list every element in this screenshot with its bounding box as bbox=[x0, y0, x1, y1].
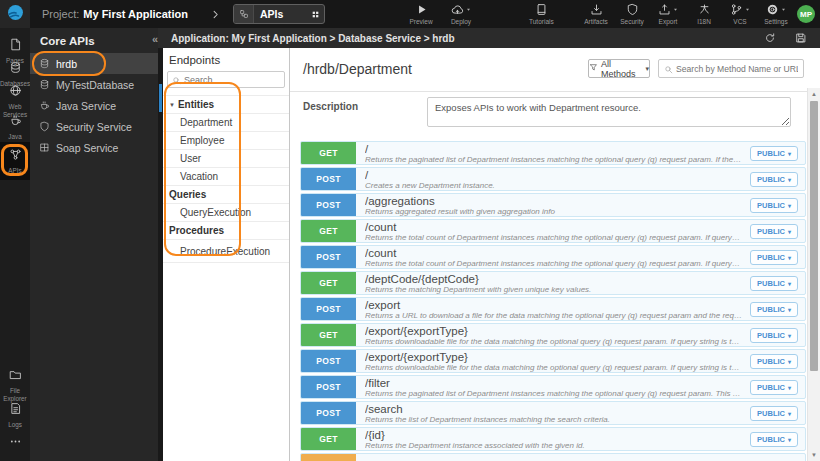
gear-icon bbox=[766, 3, 787, 16]
endpoint-info: /exportReturns a URL to download a file … bbox=[356, 298, 750, 320]
endpoint-info: /countReturns the total count of Departm… bbox=[356, 246, 750, 268]
method-badge: GET bbox=[301, 324, 356, 346]
save-icon[interactable] bbox=[795, 32, 807, 44]
api-endpoint-row[interactable]: POST/aggregationsReturns aggregated resu… bbox=[300, 193, 806, 217]
sidebar-item-more[interactable] bbox=[0, 432, 30, 454]
grid-icon[interactable] bbox=[306, 10, 324, 19]
core-api-item-label: MyTestDatabase bbox=[56, 79, 134, 91]
api-endpoint-row[interactable]: POST/countReturns the total count of Dep… bbox=[300, 245, 806, 269]
api-endpoint-row[interactable]: GET/Returns the paginated list of Depart… bbox=[300, 141, 806, 165]
avatar[interactable]: MP bbox=[797, 5, 815, 23]
scrollbar-up-arrow[interactable]: ▲ bbox=[808, 88, 820, 100]
topbar-action-export[interactable]: Export bbox=[656, 3, 680, 25]
endpoint-tree-item-department[interactable]: Department bbox=[163, 114, 289, 132]
scrollbar-thumb[interactable] bbox=[810, 101, 818, 371]
endpoint-info: /deptCode/{deptCode}Returns the matching… bbox=[356, 272, 750, 294]
main-content: /hrdb/Department All Methods ▾ Descripti… bbox=[290, 48, 820, 461]
endpoint-tree-item-employee[interactable]: Employee bbox=[163, 132, 289, 150]
endpoint-description: Returns the matching Department with giv… bbox=[365, 285, 742, 294]
topbar-action-preview[interactable]: Preview bbox=[409, 3, 433, 25]
api-endpoint-row[interactable]: POST/searchReturns the list of Departmen… bbox=[300, 401, 806, 425]
visibility-dropdown[interactable]: PUBLIC▾ bbox=[750, 198, 798, 213]
topbar-action-deploy[interactable]: Deploy bbox=[449, 3, 473, 25]
endpoint-tree-item-vacation[interactable]: Vacation bbox=[163, 168, 289, 186]
topbar-action-settings[interactable]: Settings bbox=[764, 3, 788, 25]
databases-icon bbox=[39, 58, 50, 69]
topbar-action-artifacts[interactable]: Artifacts bbox=[584, 3, 608, 25]
sidebar-item-logs[interactable]: Logs bbox=[0, 399, 30, 431]
endpoint-tree-item-queryexecution[interactable]: QueryExecution bbox=[163, 204, 289, 222]
endpoint-tree-section-procedures[interactable]: Procedures bbox=[163, 222, 289, 240]
filter-icon bbox=[589, 63, 598, 74]
workspace-tab-apis[interactable]: APIs bbox=[233, 4, 325, 24]
caret-down-icon: ▼ bbox=[169, 102, 175, 108]
methods-filter-dropdown[interactable]: All Methods ▾ bbox=[588, 59, 650, 78]
endpoint-description: Returns the total count of Department in… bbox=[365, 233, 742, 242]
caret-down-icon: ▾ bbox=[788, 202, 791, 209]
api-endpoint-row[interactable]: POST/filterReturns the paginated list of… bbox=[300, 375, 806, 399]
endpoint-description: Returns a URL to download a file for the… bbox=[365, 311, 742, 320]
method-search[interactable] bbox=[658, 59, 804, 78]
sidebar-item-apis[interactable]: APIs bbox=[0, 142, 30, 180]
visibility-dropdown[interactable]: PUBLIC▾ bbox=[750, 380, 798, 395]
visibility-dropdown[interactable]: PUBLIC▾ bbox=[750, 146, 798, 161]
more-icon bbox=[9, 434, 22, 452]
core-api-item-hrdb[interactable]: hrdb bbox=[30, 53, 158, 74]
core-apis-panel: Core APIs « hrdbMyTestDatabaseJava Servi… bbox=[30, 28, 158, 461]
visibility-dropdown[interactable]: PUBLIC▾ bbox=[750, 250, 798, 265]
refresh-icon[interactable] bbox=[764, 32, 776, 44]
topbar-action-i18n[interactable]: I18N bbox=[692, 3, 716, 25]
visibility-dropdown[interactable]: PUBLIC▾ bbox=[750, 328, 798, 343]
endpoint-description: Returns downloadable file for the data m… bbox=[365, 337, 742, 346]
endpoints-search-input[interactable] bbox=[184, 75, 280, 85]
core-api-item-security-service[interactable]: Security Service bbox=[30, 116, 158, 137]
caret-down-icon: ▾ bbox=[645, 65, 649, 73]
endpoint-description: Returns the paginated list of Department… bbox=[365, 155, 742, 164]
visibility-dropdown[interactable]: PUBLIC▾ bbox=[750, 432, 798, 447]
endpoint-tree-item-procedureexecution[interactable]: ProcedureExecution bbox=[163, 240, 289, 263]
api-endpoint-row[interactable]: GET/export/{exportType}Returns downloada… bbox=[300, 323, 806, 347]
endpoint-tree-label: Employee bbox=[180, 135, 224, 146]
panel-scrollbar-thumb[interactable] bbox=[159, 84, 162, 112]
visibility-dropdown[interactable]: PUBLIC▾ bbox=[750, 224, 798, 239]
visibility-dropdown[interactable]: PUBLIC▾ bbox=[750, 302, 798, 317]
caret-down-icon: ▾ bbox=[788, 384, 791, 391]
core-api-item-soap-service[interactable]: Soap Service bbox=[30, 137, 158, 158]
api-endpoint-row[interactable]: GET/deptCode/{deptCode}Returns the match… bbox=[300, 271, 806, 295]
endpoint-tree-item-user[interactable]: User bbox=[163, 150, 289, 168]
core-api-item-mytestdatabase[interactable]: MyTestDatabase bbox=[30, 74, 158, 95]
caret-down-icon bbox=[744, 6, 751, 13]
api-endpoint-row[interactable]: GET/{id}Returns the Department instance … bbox=[300, 427, 806, 451]
endpoint-tree-section-queries[interactable]: Queries bbox=[163, 186, 289, 204]
vertical-scrollbar[interactable]: ▲ ▼ bbox=[807, 88, 820, 461]
topbar-left-actions: PreviewDeployTutorials bbox=[409, 3, 554, 25]
api-endpoint-row[interactable]: POST/exportReturns a URL to download a f… bbox=[300, 297, 806, 321]
visibility-dropdown[interactable]: PUBLIC▾ bbox=[750, 276, 798, 291]
scrollbar-down-arrow[interactable]: ▼ bbox=[808, 449, 820, 461]
tray-up-icon bbox=[658, 3, 679, 16]
core-api-item-label: hrdb bbox=[56, 58, 77, 70]
visibility-dropdown[interactable]: PUBLIC▾ bbox=[750, 406, 798, 421]
endpoint-description: Returns the paginated list of Department… bbox=[365, 389, 742, 398]
caret-down-icon bbox=[465, 6, 472, 13]
core-apis-title: Core APIs bbox=[40, 35, 95, 47]
visibility-dropdown[interactable]: PUBLIC▾ bbox=[750, 354, 798, 369]
endpoint-path: /export bbox=[365, 299, 742, 311]
endpoint-tree-label: User bbox=[180, 153, 201, 164]
method-search-input[interactable] bbox=[676, 64, 798, 74]
visibility-dropdown[interactable]: PUBLIC▾ bbox=[750, 172, 798, 187]
endpoint-tree-section-entities[interactable]: ▼Entities bbox=[163, 96, 289, 114]
visibility-label: PUBLIC bbox=[757, 331, 785, 340]
wavemaker-logo[interactable] bbox=[0, 0, 30, 28]
api-endpoint-row[interactable]: PUT bbox=[300, 453, 806, 461]
api-endpoint-row[interactable]: GET/countReturns the total count of Depa… bbox=[300, 219, 806, 243]
description-textarea[interactable]: Exposes APIs to work with Department res… bbox=[427, 97, 791, 127]
core-api-item-java-service[interactable]: Java Service bbox=[30, 95, 158, 116]
visibility-label: PUBLIC bbox=[757, 409, 785, 418]
topbar-action-security[interactable]: Security bbox=[620, 3, 644, 25]
api-endpoint-row[interactable]: POST/export/{exportType}Returns download… bbox=[300, 349, 806, 373]
topbar-action-tutorials[interactable]: Tutorials bbox=[529, 3, 554, 25]
endpoints-search[interactable] bbox=[167, 71, 285, 88]
topbar-action-vcs[interactable]: VCS bbox=[728, 3, 752, 25]
api-endpoint-row[interactable]: POST/Creates a new Department instance.P… bbox=[300, 167, 806, 191]
